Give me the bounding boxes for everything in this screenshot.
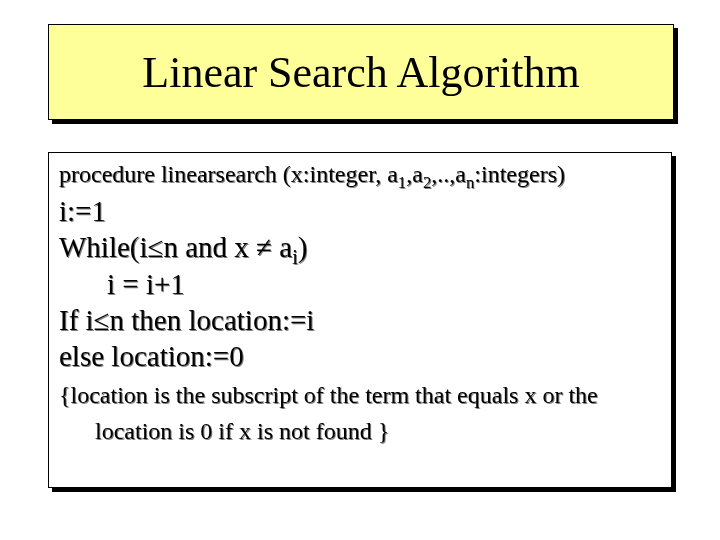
slide-title: Linear Search Algorithm	[142, 47, 579, 98]
code-line-4: If i≤n then location:=i	[59, 302, 661, 338]
title-box: Linear Search Algorithm	[48, 24, 674, 120]
footnote-line-a: {location is the subscript of the term t…	[59, 380, 661, 410]
proc-sub1: 1	[398, 173, 406, 192]
code-line-1: i:=1	[59, 193, 661, 229]
code-line-2: While(i≤n and x ≠ ai)	[59, 229, 661, 265]
code-line-3: i = i+1	[59, 266, 661, 302]
procedure-line: procedure linearsearch (x:integer, a1,a2…	[59, 159, 661, 189]
proc-post: :integers)	[474, 161, 565, 187]
body-box: procedure linearsearch (x:integer, a1,a2…	[48, 152, 672, 488]
proc-mid2: ,..,a	[431, 161, 466, 187]
l2-pre: While(i≤n and x ≠ a	[59, 231, 292, 263]
proc-mid1: ,a	[406, 161, 423, 187]
l2-post: )	[298, 231, 308, 263]
footnote-line-b: location is 0 if x is not found }	[59, 416, 661, 446]
code-line-5: else location:=0	[59, 338, 661, 374]
proc-pre: procedure linearsearch (x:integer, a	[59, 161, 398, 187]
